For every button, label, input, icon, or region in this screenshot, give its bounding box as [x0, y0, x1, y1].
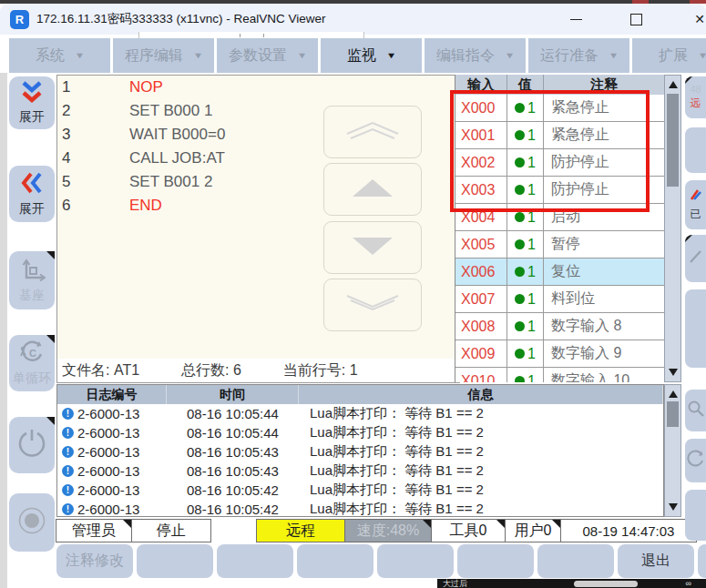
menu-item-1[interactable]: 程序编辑▼	[113, 38, 214, 73]
log-row[interactable]: 2-6000-1308-16 10:05:43Lua脚本打印： 等待 B1 ==…	[57, 461, 663, 481]
menu-item-5[interactable]: 运行准备▼	[528, 38, 629, 73]
sidebar-button-1[interactable]: 展开	[9, 166, 55, 222]
double-chevron-down-icon	[340, 289, 405, 320]
io-value: 1	[507, 368, 544, 382]
log-row[interactable]: 2-6000-1308-16 10:05:43Lua脚本打印： 等待 B1 ==…	[57, 442, 663, 461]
io-row-X002[interactable]: X0021防护停止	[455, 149, 665, 177]
io-comment: 复位	[544, 259, 665, 285]
log-time: 08-16 10:05:42	[167, 482, 299, 498]
minimize-icon	[570, 19, 582, 20]
info-icon	[62, 408, 74, 420]
bottom-button-3[interactable]	[297, 544, 373, 578]
program-editor[interactable]: 1NOP2SET B000 13WAIT B000=04CALL JOB:AT5…	[56, 75, 455, 360]
edge-button-text: 远	[691, 96, 701, 111]
log-scrollbar-thumb[interactable]	[667, 401, 679, 427]
close-button[interactable]: ✕	[684, 4, 706, 35]
scroll-up-icon[interactable]	[665, 387, 680, 401]
minimize-button[interactable]	[560, 4, 591, 35]
io-row-X001[interactable]: X0011紧急停止	[455, 122, 665, 149]
io-row-X000[interactable]: X0001紧急停止	[455, 95, 665, 122]
bottom-button-4[interactable]	[377, 544, 454, 578]
io-row-X007[interactable]: X0071料到位	[455, 286, 665, 313]
clock-cell[interactable]: 08-19 14:47:03	[560, 519, 697, 542]
sidebar-button-2[interactable]: 基座	[9, 251, 55, 309]
sidebar-button-3[interactable]: C单循环	[9, 335, 55, 391]
infinity-icon: ∞	[686, 579, 691, 588]
expand-down-icon	[19, 80, 45, 107]
menu-item-2[interactable]: 参数设置▼	[217, 38, 318, 73]
bottom-button-8[interactable]	[698, 544, 706, 578]
double-chevron-up-icon	[340, 117, 405, 147]
log-scrollbar[interactable]	[664, 384, 681, 517]
io-row-X008[interactable]: X0081数字输入 8	[455, 313, 665, 340]
run-state-cell[interactable]: 停止	[131, 519, 211, 542]
log-row[interactable]: 2-6000-1308-16 10:05:42Lua脚本打印： 等待 B1 ==…	[57, 481, 663, 500]
on-indicator-icon	[515, 239, 525, 249]
bottom-button-0[interactable]: 注释修改	[56, 544, 133, 578]
io-value: 1	[507, 204, 544, 230]
log-row[interactable]: 2-6000-1308-16 10:05:44Lua脚本打印： 等待 B1 ==…	[57, 423, 663, 442]
scroll-up-icon[interactable]	[665, 77, 680, 92]
line-number: 2	[57, 99, 129, 123]
sidebar-button-5[interactable]	[9, 493, 55, 552]
io-monitor-table: 输入 值 注释 X0001紧急停止X0011紧急停止X0021防护停止X0031…	[455, 75, 665, 382]
io-row-X003[interactable]: X0031防护停止	[455, 177, 665, 204]
log-time: 08-16 10:05:44	[167, 406, 299, 421]
page-down-button[interactable]	[323, 279, 422, 331]
scroll-down-icon[interactable]	[665, 365, 680, 380]
log-row[interactable]: 2-6000-1308-16 10:05:42Lua脚本打印： 等待 B1 ==…	[57, 500, 663, 517]
io-comment: 紧急停止	[544, 122, 665, 148]
edge-button-5[interactable]	[685, 390, 706, 431]
edge-button-4[interactable]	[685, 289, 706, 368]
io-header-value: 值	[507, 75, 544, 95]
scroll-down-icon[interactable]	[665, 500, 680, 514]
realvnc-window: R 172.16.11.31密码333333 (x11vnc) - RealVN…	[0, 0, 706, 588]
io-scrollbar-thumb[interactable]	[667, 94, 679, 187]
edge-button-7[interactable]	[685, 490, 706, 541]
bottom-button-7[interactable]: 退出	[618, 544, 694, 578]
program-line[interactable]: 1NOP	[57, 76, 455, 99]
edge-button-2[interactable]: 已	[685, 180, 706, 229]
edge-button-0[interactable]: 48远	[685, 76, 706, 118]
io-input-label: X001	[455, 122, 507, 148]
remote-cell[interactable]: 远程	[256, 519, 345, 542]
menu-item-3[interactable]: 监视▼	[321, 38, 422, 73]
edge-button-text: 已	[691, 207, 701, 222]
sidebar-button-0[interactable]: 展开	[9, 76, 55, 129]
bottom-button-1[interactable]	[137, 544, 213, 578]
info-icon	[62, 427, 74, 439]
maximize-button[interactable]	[620, 4, 651, 35]
edge-button-1[interactable]	[685, 127, 706, 173]
page-up-button[interactable]	[323, 106, 422, 158]
edge-button-6[interactable]	[685, 439, 706, 482]
io-scrollbar[interactable]	[664, 75, 681, 382]
io-row-X005[interactable]: X0051暂停	[455, 231, 665, 259]
menu-item-6[interactable]: 扩展▼	[632, 38, 706, 73]
menu-item-0[interactable]: 系统▼	[9, 38, 110, 73]
bottom-button-6[interactable]	[537, 544, 614, 578]
user-cell[interactable]: 用户0	[505, 519, 561, 542]
io-header-comment: 注释	[544, 75, 665, 95]
line-text: NOP	[129, 76, 163, 99]
line-down-button[interactable]	[323, 221, 422, 274]
file-name-label: 文件名: AT1	[62, 361, 139, 380]
io-row-X010[interactable]: X0101数字输入 10	[455, 368, 665, 382]
sidebar-button-4[interactable]	[9, 417, 55, 473]
line-up-button[interactable]	[323, 163, 422, 216]
log-id: 2-6000-13	[77, 502, 167, 517]
close-icon: ✕	[694, 12, 705, 26]
mode-cell[interactable]: 管理员	[56, 519, 132, 542]
edge-button-3[interactable]	[685, 235, 706, 282]
bottom-button-2[interactable]	[217, 544, 293, 578]
io-value: 1	[507, 177, 544, 203]
io-row-X004[interactable]: X0041启动	[455, 204, 665, 231]
log-row[interactable]: 2-6000-1308-16 10:05:44Lua脚本打印： 等待 B1 ==…	[57, 404, 663, 423]
speed-cell[interactable]: 速度:48%	[344, 519, 432, 542]
io-row-X009[interactable]: X0091数字输入 9	[455, 340, 665, 368]
taskbar-text: 大过后	[443, 579, 467, 588]
info-icon	[62, 446, 74, 458]
menu-item-4[interactable]: 编辑指令▼	[425, 38, 526, 73]
io-row-X006[interactable]: X0061复位	[455, 259, 665, 286]
bottom-button-5[interactable]	[457, 544, 534, 578]
tool-cell[interactable]: 工具0	[431, 519, 506, 542]
